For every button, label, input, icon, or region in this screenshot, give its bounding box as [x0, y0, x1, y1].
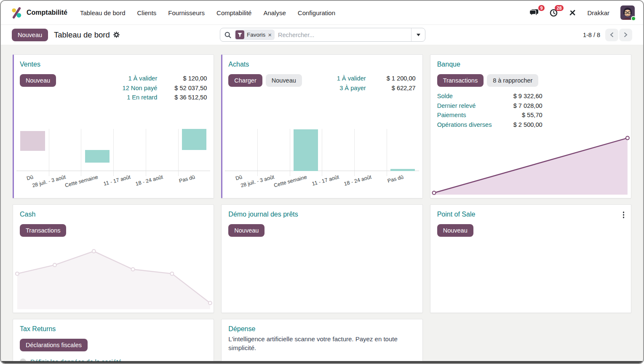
x-axis-label: 28 juil. - 3 août — [240, 174, 275, 189]
activities-button[interactable]: 28 — [550, 9, 558, 17]
card-demo-prets-title[interactable]: Démo journal des prêts — [228, 211, 415, 218]
bar — [85, 150, 110, 163]
app-window: Comptabilité Tableau de bord Clients Fou… — [0, 0, 644, 364]
x-axis-label: 18 - 24 août — [135, 174, 163, 187]
search-input[interactable] — [278, 32, 411, 38]
bar-plot — [225, 129, 419, 171]
x-axis-label: Dû — [26, 174, 34, 182]
gridline — [257, 129, 258, 176]
ventes-en-retard-link[interactable]: 1 En retard — [127, 93, 157, 102]
banque-area-chart[interactable] — [433, 136, 628, 195]
banque-paiements-link[interactable]: Paiements — [437, 111, 466, 120]
pos-nouveau-button[interactable]: Nouveau — [437, 224, 473, 237]
banque-dernier-releve-link[interactable]: Dernier relevé — [437, 102, 476, 111]
search-facet-favoris[interactable]: Favoris × — [235, 29, 275, 40]
card-depense: Dépense L'intelligence artificielle scan… — [221, 319, 422, 364]
achats-a-valider-amount: $ 1 200,00 — [374, 74, 416, 83]
achats-a-payer-amount: $ 622,27 — [374, 84, 416, 93]
gridline — [113, 129, 114, 176]
ventes-bar-chart[interactable]: Dû28 juil. - 3 aoûtCette semaine11 - 17 … — [16, 129, 210, 192]
card-demo-journal-des-prets: Démo journal des prêts Nouveau — [221, 204, 422, 313]
card-banque-title[interactable]: Banque — [437, 61, 624, 68]
dashboard-grid: Ventes Nouveau 1 À valider$ 120,00 12 No… — [1, 45, 643, 364]
bar-plot — [16, 129, 210, 171]
kebab-menu-icon[interactable] — [621, 210, 626, 220]
gridline — [354, 129, 355, 176]
cash-area-chart[interactable] — [16, 247, 211, 309]
control-panel: Nouveau Tableau de bord — [1, 25, 643, 45]
card-achats-title[interactable]: Achats — [228, 61, 415, 68]
menu-clients[interactable]: Clients — [137, 9, 156, 16]
facet-remove-icon[interactable]: × — [268, 32, 272, 38]
x-axis-label: Dû — [235, 174, 243, 182]
messages-button[interactable]: 9 — [529, 9, 539, 17]
x-axis-labels: Dû28 juil. - 3 aoûtCette semaine11 - 17 … — [225, 171, 419, 192]
search-bar: Favoris × — [220, 28, 425, 42]
banque-operations-diverses-link[interactable]: Opérations diverses — [437, 120, 492, 130]
achats-bar-chart[interactable]: Dû28 juil. - 3 aoûtCette semaine11 - 17 … — [225, 129, 419, 192]
card-tax-returns-title[interactable]: Tax Returns — [20, 325, 207, 333]
x-axis-label: 11 - 17 août — [103, 174, 131, 187]
menu-tableau-de-bord[interactable]: Tableau de bord — [80, 9, 126, 16]
card-tax-returns: Tax Returns Déclarations fiscales Défini… — [13, 319, 214, 364]
banque-stats: Solde$ 9 322,60 Dernier relevé$ 7 028,00… — [437, 92, 542, 129]
x-axis-label: Cette semaine — [64, 174, 99, 188]
chevron-right-icon — [624, 32, 628, 37]
gear-icon[interactable] — [113, 32, 120, 38]
menu-fournisseurs[interactable]: Fournisseurs — [168, 9, 205, 16]
menu-analyse[interactable]: Analyse — [263, 9, 286, 16]
banque-operations-diverses-amount: $ 2 500,00 — [500, 120, 542, 130]
banque-solde-amount: $ 9 322,60 — [500, 92, 542, 101]
pager-range: 1-8 / 8 — [583, 32, 600, 38]
gridline — [322, 129, 322, 176]
demo-prets-nouveau-button[interactable]: Nouveau — [228, 224, 265, 237]
card-achats: Achats Charger Nouveau 1 À valider$ 1 20… — [221, 54, 422, 198]
tools-button[interactable] — [569, 9, 576, 16]
card-ventes: Ventes Nouveau 1 À valider$ 120,00 12 No… — [13, 54, 214, 198]
app-name[interactable]: Comptabilité — [27, 9, 67, 16]
banque-paiements-amount: $ 55,70 — [500, 111, 542, 120]
new-button[interactable]: Nouveau — [12, 29, 48, 41]
achats-charger-button[interactable]: Charger — [228, 74, 262, 87]
x-axis-labels: Dû28 juil. - 3 aoûtCette semaine11 - 17 … — [16, 171, 210, 192]
online-status-dot — [631, 16, 636, 21]
bar — [294, 129, 318, 171]
pager-previous-button[interactable] — [605, 29, 618, 41]
gridline — [49, 129, 49, 176]
tools-icon — [569, 9, 576, 16]
banque-transactions-button[interactable]: Transactions — [437, 74, 484, 87]
pager-next-button[interactable] — [619, 29, 632, 41]
bar — [20, 131, 45, 151]
user-name[interactable]: Drakkar — [587, 9, 609, 16]
depense-description: L'intelligence artificielle scanne votre… — [228, 335, 415, 352]
card-depense-title[interactable]: Dépense — [228, 325, 415, 333]
banque-dernier-releve-amount: $ 7 028,00 — [500, 102, 542, 111]
declarations-fiscales-button[interactable]: Déclarations fiscales — [20, 339, 88, 351]
menu-configuration[interactable]: Configuration — [298, 9, 335, 16]
gridline — [146, 129, 146, 176]
gridline — [290, 129, 290, 176]
achats-stats: 1 À valider$ 1 200,00 3 À payer$ 622,27 — [337, 74, 416, 93]
achats-a-valider-link[interactable]: 1 À valider — [337, 74, 366, 83]
banque-rapprocher-button[interactable]: 8 à rapprocher — [487, 74, 538, 87]
achats-nouveau-button[interactable]: Nouveau — [266, 74, 302, 87]
card-cash-title[interactable]: Cash — [20, 211, 207, 218]
card-ventes-title[interactable]: Ventes — [20, 61, 207, 68]
accounting-app-icon[interactable] — [11, 7, 22, 19]
search-dropdown-toggle[interactable] — [411, 28, 425, 41]
achats-a-payer-link[interactable]: 3 À payer — [339, 84, 366, 93]
cash-transactions-button[interactable]: Transactions — [20, 224, 66, 237]
menu-comptabilite[interactable]: Comptabilité — [216, 9, 251, 16]
ventes-non-paye-link[interactable]: 12 Non payé — [123, 84, 158, 93]
main-menu: Tableau de bord Clients Fournisseurs Com… — [80, 9, 335, 16]
chevron-left-icon — [610, 32, 614, 37]
banque-solde-link[interactable]: Solde — [437, 92, 453, 101]
user-avatar[interactable] — [620, 5, 635, 20]
ventes-a-valider-amount: $ 120,00 — [165, 74, 207, 83]
ventes-nouveau-button[interactable]: Nouveau — [20, 74, 56, 87]
ventes-a-valider-link[interactable]: 1 À valider — [128, 74, 157, 83]
bar — [182, 129, 206, 150]
top-navbar: Comptabilité Tableau de bord Clients Fou… — [1, 1, 643, 25]
card-pos-title[interactable]: Point of Sale — [437, 211, 624, 218]
x-axis-label: 28 juil. - 3 août — [32, 174, 67, 189]
